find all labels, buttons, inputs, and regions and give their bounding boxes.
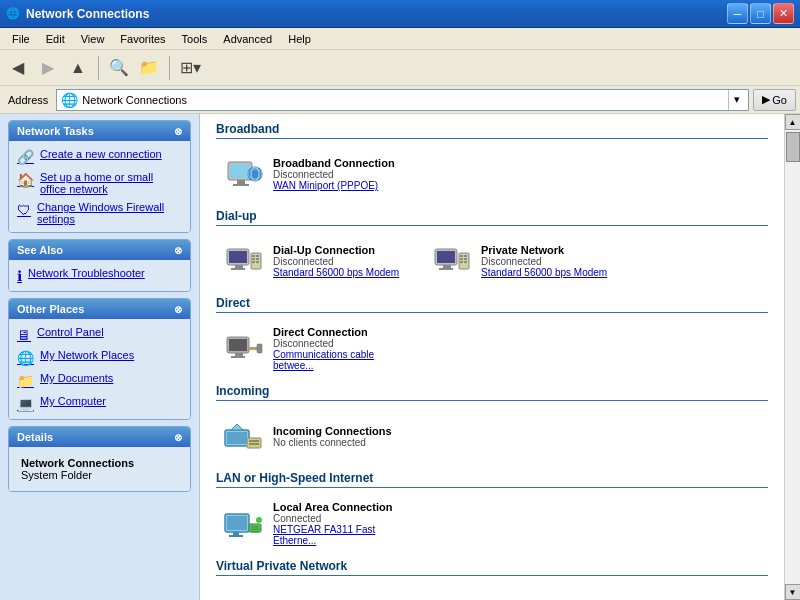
home-office-icon: 🏠	[17, 172, 34, 188]
control-panel-label: Control Panel	[37, 326, 104, 338]
private-network-item[interactable]: Private Network Disconnected Standard 56…	[424, 234, 624, 288]
section-dialup: Dial-up	[216, 209, 768, 226]
svg-rect-2	[237, 180, 245, 184]
details-description: System Folder	[21, 469, 92, 481]
section-lan: LAN or High-Speed Internet	[216, 471, 768, 488]
my-documents-link[interactable]: 📁 My Documents	[13, 369, 186, 392]
see-also-header[interactable]: See Also ⊗	[9, 240, 190, 260]
dialup-details: Dial-Up Connection Disconnected Standard…	[273, 244, 411, 278]
details-collapse-icon: ⊗	[174, 432, 182, 443]
other-places-header[interactable]: Other Places ⊗	[9, 299, 190, 319]
my-network-places-link[interactable]: 🌐 My Network Places	[13, 346, 186, 369]
svg-rect-48	[251, 531, 259, 533]
incoming-conn-icon	[221, 414, 265, 458]
section-vpn: Virtual Private Network	[216, 559, 768, 576]
firewall-link[interactable]: 🛡 Change Windows Firewall settings	[13, 198, 186, 228]
direct-connection-item[interactable]: Direct Connection Disconnected Communica…	[216, 321, 416, 376]
details-title: Details	[17, 431, 53, 443]
close-button[interactable]: ✕	[773, 3, 794, 24]
lan-connection-item[interactable]: Local Area Connection Connected NETGEAR …	[216, 496, 416, 551]
details-header[interactable]: Details ⊗	[9, 427, 190, 447]
troubleshooter-link[interactable]: ℹ Network Troubleshooter	[13, 264, 186, 287]
firewall-icon: 🛡	[17, 202, 31, 218]
menu-advanced[interactable]: Advanced	[215, 31, 280, 47]
broadband-connection-item[interactable]: Broadband Connection Disconnected WAN Mi…	[216, 147, 416, 201]
search-button[interactable]: 🔍	[105, 54, 133, 82]
svg-rect-27	[460, 261, 463, 263]
lan-conn-icon	[221, 502, 265, 546]
main-layout: Network Tasks ⊗ 🔗 Create a new connectio…	[0, 114, 800, 600]
private-network-status: Disconnected	[481, 256, 619, 267]
svg-rect-1	[230, 164, 250, 178]
svg-rect-34	[257, 344, 262, 353]
up-button[interactable]: ▲	[64, 54, 92, 82]
svg-rect-16	[252, 261, 255, 263]
maximize-button[interactable]: □	[750, 3, 771, 24]
other-places-title: Other Places	[17, 303, 84, 315]
address-label: Address	[4, 94, 52, 106]
address-icon: 🌐	[61, 92, 78, 108]
see-also-content: ℹ Network Troubleshooter	[9, 260, 190, 291]
svg-point-49	[256, 517, 262, 523]
direct-conn-icon	[221, 327, 265, 371]
svg-rect-25	[460, 258, 463, 260]
address-dropdown[interactable]: ▾	[728, 90, 744, 110]
forward-button[interactable]: ▶	[34, 54, 62, 82]
svg-rect-24	[464, 255, 467, 257]
direct-details: Direct Connection Disconnected Communica…	[273, 326, 411, 371]
my-network-places-icon: 🌐	[17, 350, 34, 366]
network-tasks-header[interactable]: Network Tasks ⊗	[9, 121, 190, 141]
menu-file[interactable]: File	[4, 31, 38, 47]
svg-rect-30	[229, 339, 247, 351]
lan-name: Local Area Connection	[273, 501, 411, 513]
menu-help[interactable]: Help	[280, 31, 319, 47]
back-button[interactable]: ◀	[4, 54, 32, 82]
direct-type: Communications cable betwee...	[273, 349, 411, 371]
svg-rect-40	[249, 443, 259, 445]
details-section: Details ⊗ Network Connections System Fol…	[8, 426, 191, 492]
svg-rect-36	[227, 432, 247, 444]
lan-type: NETGEAR FA311 Fast Etherne...	[273, 524, 411, 546]
broadband-icon	[221, 152, 265, 196]
svg-rect-39	[249, 440, 259, 442]
control-panel-link[interactable]: 🖥 Control Panel	[13, 323, 186, 346]
home-office-link[interactable]: 🏠 Set up a home or small office network	[13, 168, 186, 198]
toolbar: ◀ ▶ ▲ 🔍 📁 ⊞▾	[0, 50, 800, 86]
views-button[interactable]: ⊞▾	[176, 54, 204, 82]
dialup-connection-item[interactable]: Dial-Up Connection Disconnected Standard…	[216, 234, 416, 288]
create-connection-link[interactable]: 🔗 Create a new connection	[13, 145, 186, 168]
title-buttons: ─ □ ✕	[727, 3, 794, 24]
private-network-name: Private Network	[481, 244, 619, 256]
menu-tools[interactable]: Tools	[174, 31, 216, 47]
network-tasks-content: 🔗 Create a new connection 🏠 Set up a hom…	[9, 141, 190, 232]
broadband-grid: Broadband Connection Disconnected WAN Mi…	[216, 147, 768, 201]
see-also-section: See Also ⊗ ℹ Network Troubleshooter	[8, 239, 191, 292]
svg-marker-37	[231, 424, 243, 430]
scroll-up-button[interactable]: ▲	[785, 114, 801, 130]
scroll-down-button[interactable]: ▼	[785, 584, 801, 600]
address-bar: Address 🌐 Network Connections ▾ ▶ Go	[0, 86, 800, 114]
menu-edit[interactable]: Edit	[38, 31, 73, 47]
scroll-thumb[interactable]	[786, 132, 800, 162]
title-bar: 🌐 Network Connections ─ □ ✕	[0, 0, 800, 28]
go-button[interactable]: ▶ Go	[753, 89, 796, 111]
svg-rect-46	[251, 526, 259, 528]
my-computer-link[interactable]: 💻 My Computer	[13, 392, 186, 415]
collapse-icon: ⊗	[174, 126, 182, 137]
minimize-button[interactable]: ─	[727, 3, 748, 24]
folders-button[interactable]: 📁	[135, 54, 163, 82]
incoming-connection-item[interactable]: Incoming Connections No clients connecte…	[216, 409, 416, 463]
go-label: Go	[772, 94, 787, 106]
menu-favorites[interactable]: Favorites	[112, 31, 173, 47]
my-network-places-label: My Network Places	[40, 349, 134, 361]
see-also-collapse-icon: ⊗	[174, 245, 182, 256]
address-field[interactable]: 🌐 Network Connections ▾	[56, 89, 749, 111]
section-direct: Direct	[216, 296, 768, 313]
menu-view[interactable]: View	[73, 31, 113, 47]
my-computer-label: My Computer	[40, 395, 106, 407]
go-arrow-icon: ▶	[762, 93, 770, 106]
scrollbar[interactable]: ▲ ▼	[784, 114, 800, 600]
svg-rect-45	[249, 524, 261, 532]
private-network-icon	[429, 239, 473, 283]
menu-bar: File Edit View Favorites Tools Advanced …	[0, 28, 800, 50]
